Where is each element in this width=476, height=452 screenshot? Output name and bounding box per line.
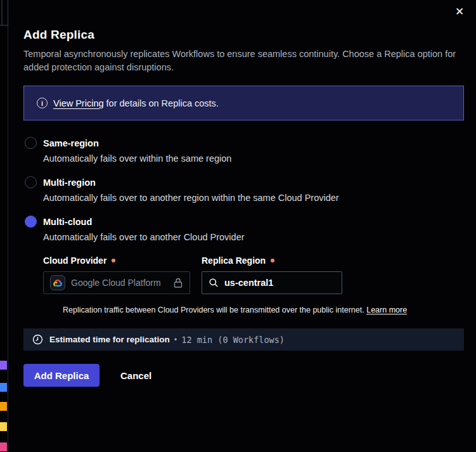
radio-multi-region[interactable] — [25, 176, 37, 188]
option-multi-region-description: Automatically fails over to another regi… — [43, 193, 463, 203]
background-stripe-yellow — [0, 422, 7, 431]
option-multi-cloud-label: Multi-cloud — [43, 217, 92, 227]
required-dot — [112, 259, 115, 262]
modal-actions: Add Replica Cancel — [23, 364, 463, 387]
pricing-banner-rest: for details on Replica costs. — [104, 98, 219, 108]
background-panel-border — [1, 0, 3, 25]
search-icon — [209, 278, 219, 288]
pricing-info-banner: i View Pricing for details on Replica co… — [23, 86, 464, 120]
estimated-time-label: Estimated time for replication — [49, 335, 170, 344]
estimated-time-banner: Estimated time for replication • 12 min … — [23, 328, 464, 351]
learn-more-link[interactable]: Learn more — [366, 306, 407, 314]
cloud-provider-field: Cloud Provider — [43, 255, 190, 294]
multi-cloud-subform: Cloud Provider — [43, 255, 463, 314]
estimated-time-value: 12 min (0 Workflows) — [181, 335, 285, 345]
cloud-provider-label: Cloud Provider — [43, 255, 190, 266]
replica-region-label-text: Replica Region — [202, 255, 266, 266]
close-icon[interactable]: ✕ — [453, 6, 466, 18]
option-multi-cloud: Multi-cloud Automatically fails over to … — [23, 216, 463, 314]
gcp-logo-icon — [50, 275, 65, 290]
add-replica-button[interactable]: Add Replica — [23, 364, 100, 387]
option-same-region-description: Automatically fails over within the same… — [43, 153, 463, 164]
cloud-provider-label-text: Cloud Provider — [43, 255, 106, 266]
clock-icon — [32, 334, 43, 345]
option-same-region: Same-region Automatically fails over wit… — [23, 137, 463, 164]
public-internet-note-text: Replication traffic between Cloud Provid… — [63, 306, 366, 314]
cloud-provider-value: Google Cloud Platform — [71, 278, 173, 288]
replica-region-input[interactable] — [224, 278, 326, 288]
background-stripe-pink — [0, 442, 7, 451]
background-stripe-orange — [0, 402, 7, 411]
background-stripe-blue — [0, 383, 7, 392]
estimated-time-separator: • — [174, 335, 177, 344]
add-replica-modal: ✕ Add Replica Temporal asynchronously re… — [8, 0, 476, 452]
background-panel-border — [0, 25, 8, 26]
radio-same-region[interactable] — [25, 137, 37, 149]
background-stripe-purple — [0, 361, 7, 370]
required-dot — [271, 259, 274, 262]
cloud-provider-select[interactable]: Google Cloud Platform — [43, 271, 190, 294]
radio-multi-cloud[interactable] — [25, 216, 37, 228]
cancel-button[interactable]: Cancel — [120, 370, 151, 381]
modal-description: Temporal asynchronously replicates Workf… — [23, 48, 461, 74]
view-pricing-link[interactable]: View Pricing — [53, 98, 104, 108]
option-multi-region-label: Multi-region — [43, 178, 96, 188]
public-internet-note: Replication traffic between Cloud Provid… — [63, 306, 463, 314]
replica-region-field: Replica Region — [202, 255, 342, 294]
replica-options-group: Same-region Automatically fails over wit… — [23, 137, 463, 314]
replica-region-label: Replica Region — [202, 255, 342, 266]
lock-icon — [173, 278, 183, 288]
modal-title: Add Replica — [23, 28, 463, 42]
option-multi-cloud-description: Automatically fails over to another Clou… — [43, 232, 463, 242]
option-same-region-label: Same-region — [43, 138, 99, 148]
replica-region-combobox[interactable] — [202, 271, 342, 294]
pricing-banner-text: View Pricing for details on Replica cost… — [53, 98, 219, 108]
option-multi-region: Multi-region Automatically fails over to… — [23, 176, 463, 203]
info-icon: i — [37, 98, 48, 108]
